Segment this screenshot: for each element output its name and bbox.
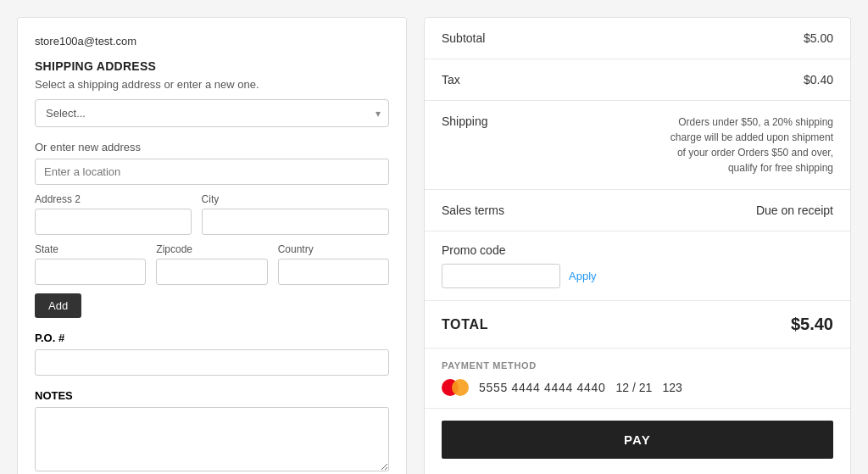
tax-row: Tax $0.40 (425, 59, 850, 101)
subtotal-row: Subtotal $5.00 (425, 18, 850, 59)
address2-label: Address 2 (35, 193, 192, 205)
state-input[interactable] (35, 259, 146, 285)
promo-input[interactable] (442, 264, 560, 288)
state-label: State (35, 243, 146, 255)
promo-label: Promo code (442, 243, 833, 257)
total-row: TOTAL $5.40 (425, 301, 850, 349)
card-number: 5555 4444 4444 4440 (479, 381, 606, 394)
or-text: Or enter new address (35, 141, 389, 153)
payment-section: PAYMENT METHOD 5555 4444 4444 4440 12 / … (425, 349, 850, 409)
city-group: City (202, 193, 389, 235)
city-input[interactable] (202, 209, 389, 235)
promo-section: Promo code Apply (425, 231, 850, 301)
notes-textarea[interactable] (35, 407, 389, 471)
zipcode-input[interactable] (156, 259, 267, 285)
tax-value: $0.40 (804, 73, 833, 86)
city-label: City (202, 193, 389, 205)
location-input[interactable] (35, 159, 389, 185)
zipcode-label: Zipcode (156, 243, 267, 255)
country-group: Country (278, 243, 389, 285)
total-label: TOTAL (442, 317, 488, 332)
address2-input[interactable] (35, 209, 192, 235)
tax-label: Tax (442, 73, 460, 86)
add-button[interactable]: Add (35, 293, 81, 318)
pay-button-container: PAY (425, 409, 850, 471)
zipcode-group: Zipcode (156, 243, 267, 285)
payment-label: PAYMENT METHOD (442, 360, 833, 371)
address-select-wrapper: Select... ▾ (35, 99, 389, 127)
right-panel: Subtotal $5.00 Tax $0.40 Shipping Orders… (424, 17, 851, 474)
sales-terms-label: Sales terms (442, 204, 504, 217)
notes-section: NOTES (35, 389, 389, 474)
sales-terms-value: Due on receipt (756, 204, 833, 217)
card-expiry: 12 / 21 (616, 381, 653, 394)
po-section: P.O. # (35, 332, 389, 376)
shipping-title: SHIPPING ADDRESS (35, 59, 389, 73)
subtotal-value: $5.00 (804, 31, 833, 45)
shipping-subtitle: Select a shipping address or enter a new… (35, 78, 389, 91)
card-cvv: 123 (662, 381, 682, 394)
user-email: store100a@test.com (35, 35, 389, 47)
sales-terms-row: Sales terms Due on receipt (425, 190, 850, 231)
mastercard-icon (442, 379, 469, 396)
total-value: $5.40 (791, 315, 833, 334)
order-summary: Subtotal $5.00 Tax $0.40 Shipping Orders… (425, 18, 850, 471)
shipping-row: Shipping Orders under $50, a 20% shippin… (425, 101, 850, 190)
state-group: State (35, 243, 146, 285)
state-zip-country-row: State Zipcode Country (35, 243, 389, 285)
po-input[interactable] (35, 349, 389, 376)
shipping-info: Orders under $50, a 20% shipping charge … (664, 114, 833, 176)
shipping-label: Shipping (442, 114, 488, 128)
country-input[interactable] (278, 259, 389, 285)
address2-group: Address 2 (35, 193, 192, 235)
notes-label: NOTES (35, 389, 389, 402)
mc-circle-right (452, 379, 469, 396)
country-label: Country (278, 243, 389, 255)
card-row: 5555 4444 4444 4440 12 / 21 123 (442, 379, 833, 396)
subtotal-label: Subtotal (442, 31, 485, 45)
address-select[interactable]: Select... (35, 99, 389, 127)
pay-button[interactable]: PAY (442, 421, 833, 459)
left-panel: store100a@test.com SHIPPING ADDRESS Sele… (17, 17, 407, 474)
apply-button[interactable]: Apply (569, 270, 597, 282)
promo-input-row: Apply (442, 264, 833, 288)
address-row: Address 2 City (35, 193, 389, 235)
po-label: P.O. # (35, 332, 389, 344)
